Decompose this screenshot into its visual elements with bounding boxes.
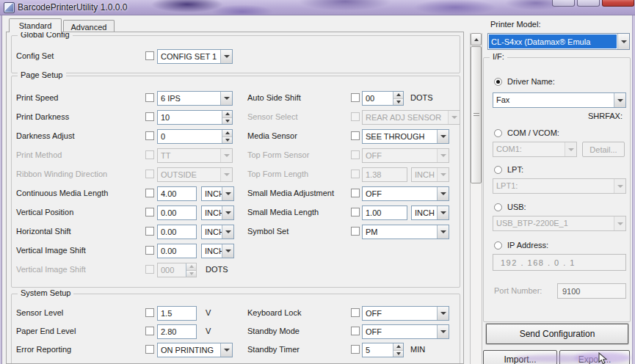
field-label: Small Media Adjustment [247,189,334,197]
dropdown-value: INCH [202,244,222,258]
field-label: Standby Mode [247,327,300,335]
radio-label: COM / VCOM: [507,128,559,137]
spinner-down-button[interactable] [393,351,403,357]
row-config-set: Config SetCONFIG SET 1 [12,48,460,65]
printer-model-dropdown[interactable]: CL-S4xx (Datamax® Emula [487,33,630,50]
row-small-media-length: Small Media Length1.00INCH [12,205,460,221]
dropdown[interactable]: OFF [362,324,449,339]
mouse-cursor [598,352,609,364]
arrow-up-icon [396,345,401,348]
scrollbar-up-button[interactable] [471,33,482,46]
chevron-down-icon [220,50,232,63]
chevron-down-icon [437,206,449,219]
detail-button: Detail... [582,142,625,157]
radio-label: USB: [507,203,526,211]
radio-label: LPT: [507,165,523,174]
dropdown: OFF [362,148,449,163]
arrow-down-icon [189,272,194,275]
vertical-scrollbar[interactable] [470,33,482,364]
tab-standard[interactable]: Standard [9,18,62,32]
checkbox[interactable] [351,227,360,236]
checkbox[interactable] [351,189,360,197]
connection-panel: Printer Model: CL-S4xx (Datamax® Emula I… [482,15,635,364]
spinner-up-button [186,263,196,271]
lpt-port-dropdown: LPT1: [493,178,626,194]
dropdown-value: USB_BTP-2200E_1 [493,216,614,230]
dropdown[interactable]: OFF [362,186,449,201]
close-button[interactable] [602,0,634,7]
checkbox[interactable] [351,345,360,354]
group-global-config: Global Config Config SetCONFIG SET 1 [11,35,460,73]
chevron-down-icon [437,130,449,143]
spinner-up-button[interactable] [393,92,403,99]
usb-device-dropdown: USB_BTP-2200E_1 [493,216,626,231]
arrow-down-icon [396,101,401,103]
com-port-dropdown: COM1: [493,142,577,157]
tab-advanced[interactable]: Advanced [63,20,115,32]
unit-label: DOTS [206,265,228,274]
field-label: Vertical Image Shift [16,246,86,255]
port-number-label: Port Number: [494,286,542,295]
radio-com-vcom[interactable] [494,129,502,137]
radio-driver-name[interactable] [494,78,502,86]
arrow-up-icon [189,265,194,268]
group-page-setup: Page Setup Print Speed6 IPSPrint Darknes… [11,76,460,288]
dropdown-value: OFF [363,149,437,162]
maximize-button[interactable] [577,0,600,7]
checkbox[interactable] [145,51,154,60]
chevron-down-icon [617,34,629,49]
dropdown-value: PM [363,225,437,239]
chevron-down-icon [614,179,625,193]
checkbox[interactable] [351,131,360,140]
row-keyboard-lock: Keyboard LockOFF [12,305,460,321]
number-spinner[interactable]: 00 [362,91,404,106]
dropdown[interactable]: INCH [411,205,449,220]
title-bar: BarcodePrinterUtility 1.0.0.0 [0,0,635,15]
send-configuration-button[interactable]: Send Configuration [486,324,628,344]
dropdown-value: REAR ADJ SENSOR [363,111,448,124]
number-spinner[interactable]: 5 [362,343,404,357]
field-label: Top Form Sensor [247,150,309,159]
field-label: Standby Timer [247,345,300,354]
dropdown[interactable]: INCH [201,244,234,258]
spinner-down-button [186,271,196,277]
radio-lpt[interactable] [494,166,502,174]
checkbox[interactable] [351,208,360,216]
radio-row-lpt: LPT: [494,164,523,175]
group-title: Page Setup [18,70,66,79]
tab-page-standard: Global Config Config SetCONFIG SET 1 Pag… [6,32,464,364]
dropdown[interactable]: PM [362,225,449,239]
field-label: Auto Side Shift [247,93,301,102]
checkbox[interactable] [145,246,154,255]
driver-name-dropdown[interactable]: Fax [493,92,626,108]
text-input[interactable]: 0.00 [157,244,197,258]
dropdown[interactable]: OFF [362,306,449,321]
group-interface: I/F: Driver Name: Fax SHRFAX: COM / VCOM… [483,57,631,322]
import-button[interactable]: Import... [483,350,557,364]
checkbox[interactable] [351,308,360,317]
radio-label: IP Address: [507,241,548,250]
ip-address-field: 192 . 168 . 0 . 1 [493,254,626,271]
checkbox [351,112,360,121]
scrollbar-thumb[interactable] [471,46,482,183]
row-vertical-image-shift: Vertical Image Shift0.00INCH [12,243,460,259]
checkbox[interactable] [351,93,360,102]
export-button[interactable]: Export... [559,350,630,364]
checkbox[interactable] [351,327,360,335]
row-vertical-image-shift: Vertical Image Shift000DOTS [12,262,460,278]
text-input[interactable]: 1.00 [362,205,407,220]
minimize-button[interactable] [552,0,575,7]
checkbox [351,170,360,178]
radio-row-com-vcom: COM / VCOM: [494,128,559,138]
window-title: BarcodePrinterUtility 1.0.0.0 [18,2,127,12]
row-sensor-select: Sensor SelectREAR ADJ SENSOR [12,109,460,125]
spinner-down-button[interactable] [393,99,403,106]
dropdown[interactable]: SEE THROUGH [362,129,449,144]
checkbox [145,265,154,274]
dropdown[interactable]: CONFIG SET 1 [157,49,233,64]
dropdown-value: COM1: [493,142,565,156]
radio-ip-address[interactable] [494,241,502,250]
radio-usb[interactable] [494,203,502,211]
chevron-down-icon [437,168,449,181]
spinner-up-button[interactable] [393,343,403,351]
